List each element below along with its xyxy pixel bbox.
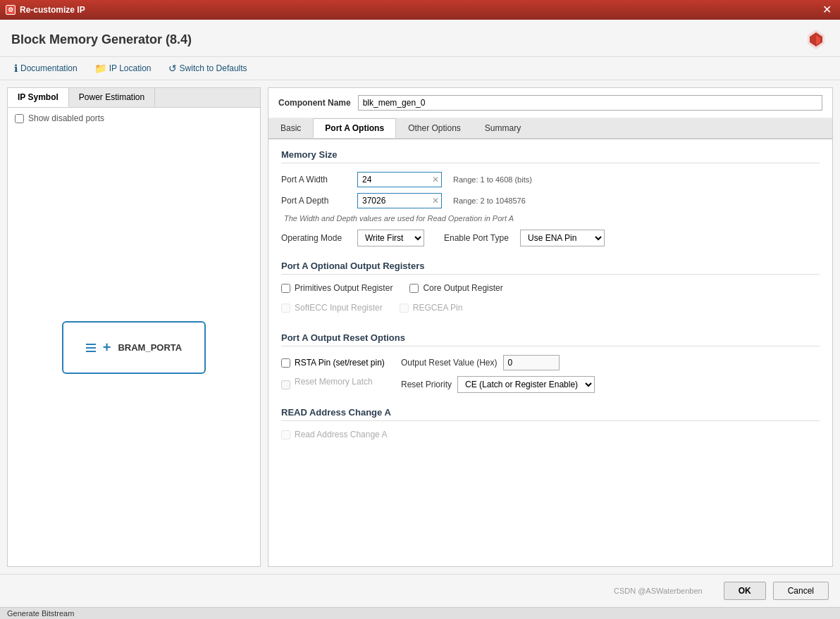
- primitives-output-register-label: Primitives Output Register: [295, 283, 393, 293]
- symbol-area: + BRAM_PORTA: [8, 129, 260, 566]
- bram-line-3: [86, 351, 96, 352]
- output-reset-title: Port A Output Reset Options: [281, 332, 820, 346]
- output-reset-value-label: Output Reset Value (Hex): [401, 358, 498, 368]
- bram-symbol: + BRAM_PORTA: [62, 321, 206, 374]
- port-a-width-label: Port A Width: [281, 175, 352, 185]
- operating-mode-select[interactable]: Write First Read First No Change: [357, 230, 424, 246]
- app-icon: ⚙: [6, 5, 16, 15]
- switch-defaults-label: Switch to Defaults: [180, 63, 247, 73]
- tab-other-options[interactable]: Other Options: [396, 118, 473, 138]
- main-window: ⚙ Re-customize IP ✕ Block Memory Generat…: [0, 0, 840, 619]
- read-address-change-label: Read Address Change A: [295, 430, 387, 439]
- rsta-pin-checkbox[interactable]: [281, 358, 290, 368]
- width-depth-note: The Width and Depth values are used for …: [281, 214, 820, 223]
- port-a-depth-label: Port A Depth: [281, 196, 352, 206]
- soft-ecc-input-register-checkbox[interactable]: [281, 304, 290, 313]
- folder-icon: 📁: [94, 63, 106, 74]
- tab-content: Memory Size Port A Width ✕ Range: 1 to 4…: [268, 139, 832, 566]
- tab-ip-symbol[interactable]: IP Symbol: [8, 88, 69, 107]
- rsta-pin-label: RSTA Pin (set/reset pin): [295, 358, 385, 368]
- read-address-change-group: Read Address Change A: [281, 430, 820, 439]
- port-a-depth-clear[interactable]: ✕: [432, 196, 439, 206]
- documentation-button[interactable]: ℹ Documentation: [11, 61, 80, 75]
- regcea-pin-checkbox[interactable]: [400, 304, 409, 313]
- primitives-output-register-group: Primitives Output Register: [281, 283, 393, 293]
- location-label: IP Location: [109, 63, 152, 73]
- status-item-1: Generate Bitstream: [7, 609, 74, 618]
- component-name-input[interactable]: [358, 95, 822, 111]
- app-header: Block Memory Generator (8.4): [0, 20, 840, 57]
- enable-port-type-label: Enable Port Type: [444, 233, 514, 243]
- component-name-label: Component Name: [278, 98, 351, 108]
- port-a-depth-row: Port A Depth ✕ Range: 2 to 1048576: [281, 193, 820, 208]
- ok-button[interactable]: OK: [724, 582, 766, 600]
- port-a-depth-input[interactable]: [357, 193, 442, 208]
- reset-priority-select[interactable]: CE (Latch or Register Enable) SR (Set/Re…: [457, 376, 595, 393]
- left-panel: IP Symbol Power Estimation Show disabled…: [7, 87, 261, 567]
- reset-memory-latch-row: Reset Memory Latch Reset Priority CE (La…: [281, 376, 820, 393]
- rsta-pin-group: RSTA Pin (set/reset pin): [281, 358, 394, 368]
- bram-lines: [86, 344, 96, 352]
- toolbar: ℹ Documentation 📁 IP Location ↺ Switch t…: [0, 57, 840, 80]
- footer: CSDN @ASWaterbenben OK Cancel: [0, 574, 840, 607]
- optional-registers-section: Port A Optional Output Registers Primiti…: [281, 261, 820, 318]
- reset-priority-group: Reset Priority CE (Latch or Register Ena…: [401, 376, 595, 393]
- component-name-row: Component Name: [268, 88, 832, 118]
- reset-memory-latch-label: Reset Memory Latch: [295, 377, 373, 387]
- regcea-pin-group: REGCEA Pin: [400, 303, 463, 313]
- soft-ecc-input-register-label: SoftECC Input Register: [295, 303, 383, 313]
- close-button[interactable]: ✕: [820, 4, 834, 15]
- operating-mode-label: Operating Mode: [281, 233, 352, 243]
- port-a-depth-wrap: ✕: [357, 193, 442, 208]
- refresh-icon: ↺: [168, 63, 177, 74]
- memory-size-section: Memory Size Port A Width ✕ Range: 1 to 4…: [281, 149, 820, 246]
- operating-mode-row: Operating Mode Write First Read First No…: [281, 230, 820, 246]
- read-address-change-title: READ Address Change A: [281, 407, 820, 421]
- port-a-width-input[interactable]: [357, 172, 442, 187]
- tab-port-a-options[interactable]: Port A Options: [313, 118, 396, 138]
- right-panel: Component Name Basic Port A Options Othe…: [268, 87, 833, 567]
- optional-registers-title: Port A Optional Output Registers: [281, 261, 820, 275]
- show-disabled-checkbox[interactable]: [15, 114, 24, 123]
- ip-location-button[interactable]: 📁 IP Location: [92, 61, 154, 75]
- info-icon: ℹ: [14, 63, 18, 74]
- output-reset-section: Port A Output Reset Options RSTA Pin (se…: [281, 332, 820, 393]
- window-title: Re-customize IP: [20, 5, 85, 15]
- port-a-width-clear[interactable]: ✕: [432, 175, 439, 185]
- port-a-depth-range: Range: 2 to 1048576: [453, 196, 526, 205]
- documentation-label: Documentation: [20, 63, 78, 73]
- tab-basic[interactable]: Basic: [268, 118, 313, 138]
- title-bar-left: ⚙ Re-customize IP: [6, 5, 85, 15]
- show-disabled-label: Show disabled ports: [28, 113, 104, 123]
- regcea-pin-label: REGCEA Pin: [413, 303, 463, 313]
- core-output-register-checkbox[interactable]: [409, 284, 419, 293]
- read-address-change-section: READ Address Change A Read Address Chang…: [281, 407, 820, 439]
- bram-name: BRAM_PORTA: [118, 342, 182, 353]
- reset-memory-latch-group: Reset Memory Latch: [281, 377, 394, 392]
- switch-to-defaults-button[interactable]: ↺ Switch to Defaults: [166, 61, 250, 75]
- vivado-logo: [803, 27, 829, 52]
- port-a-width-wrap: ✕: [357, 172, 442, 187]
- soft-ecc-input-register-group: SoftECC Input Register: [281, 303, 383, 313]
- status-bar: Generate Bitstream: [0, 607, 840, 619]
- memory-size-title: Memory Size: [281, 149, 820, 163]
- core-output-register-group: Core Output Register: [409, 283, 502, 293]
- reset-memory-latch-checkbox[interactable]: [281, 380, 290, 389]
- show-disabled-row: Show disabled ports: [8, 108, 260, 129]
- watermark: CSDN @ASWaterbenben: [11, 587, 717, 595]
- bram-expand-icon[interactable]: +: [103, 339, 111, 356]
- content-area: IP Symbol Power Estimation Show disabled…: [0, 80, 840, 574]
- enable-port-type-select[interactable]: Use ENA Pin Always Enabled: [520, 230, 605, 246]
- primitives-output-register-checkbox[interactable]: [281, 284, 290, 293]
- registers-row-1: Primitives Output Register Core Output R…: [281, 283, 820, 299]
- tab-summary[interactable]: Summary: [473, 118, 533, 138]
- cancel-button[interactable]: Cancel: [773, 582, 829, 600]
- read-address-change-checkbox[interactable]: [281, 430, 290, 439]
- title-bar: ⚙ Re-customize IP ✕: [0, 0, 840, 20]
- tab-power-estimation[interactable]: Power Estimation: [69, 88, 155, 107]
- bram-line-1: [86, 344, 96, 345]
- output-reset-value-group: Output Reset Value (Hex): [401, 355, 560, 370]
- port-a-width-row: Port A Width ✕ Range: 1 to 4608 (bits): [281, 172, 820, 187]
- output-reset-value-input[interactable]: [503, 355, 560, 370]
- main-tabs: Basic Port A Options Other Options Summa…: [268, 118, 832, 139]
